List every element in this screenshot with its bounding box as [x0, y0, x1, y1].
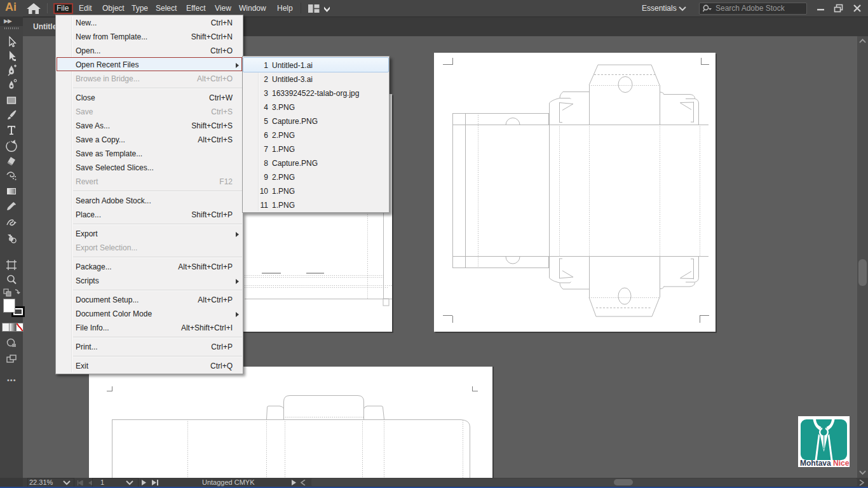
- svg-text:Mohtava Nice: Mohtava Nice: [800, 459, 850, 467]
